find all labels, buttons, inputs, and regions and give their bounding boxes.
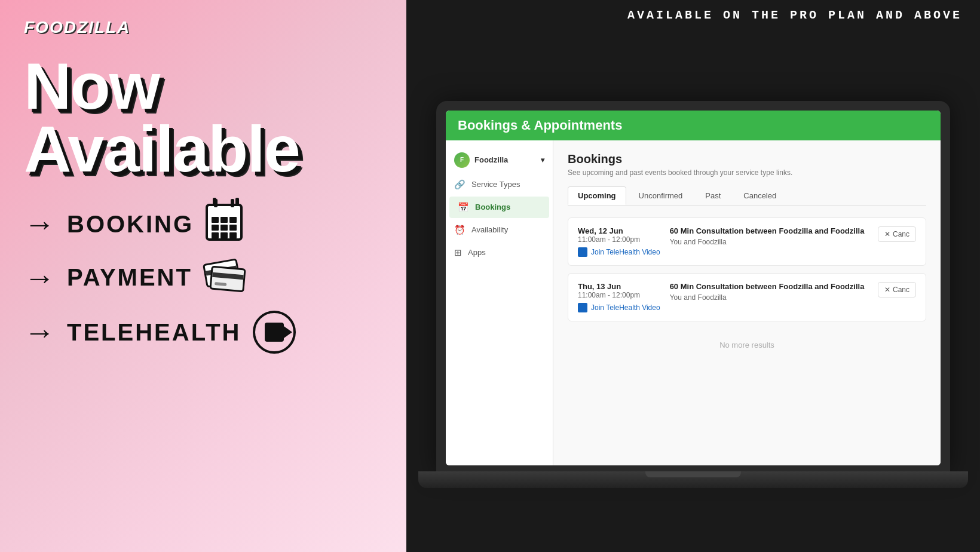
booking-card-2: Thu, 13 Jun 11:00am - 12:00pm Join TeleH… [568,273,926,321]
pro-plan-banner: AVAILABLE ON THE PRO PLAN AND ABOVE [406,0,980,30]
join-link-1[interactable]: Join TeleHealth Video [578,247,660,257]
sidebar-item-bookings[interactable]: 📅 Bookings [449,197,549,218]
arrow-icon: → [24,317,55,348]
laptop-bezel: Bookings & Appointments F Foodzilla ▾ [436,101,950,471]
sidebar-apps-label: Apps [468,248,486,257]
tab-upcoming[interactable]: Upcoming [568,186,626,205]
tab-canceled[interactable]: Canceled [733,186,786,205]
sidebar-org[interactable]: F Foodzilla ▾ [446,148,553,173]
video-icon-sm [578,247,587,257]
headline: Now Available [24,55,382,180]
org-avatar: F [454,152,470,168]
page-subtitle: See upcoming and past events booked thro… [568,168,926,177]
payment-label: PAYMENT [67,264,192,291]
grid-icon: ⊞ [454,247,462,258]
feature-telehealth: → TELEHEALTH [24,311,382,354]
join-link-2[interactable]: Join TeleHealth Video [578,303,660,312]
booking-date-text-2: Thu, 13 Jun [578,282,660,291]
telehealth-label: TELEHEALTH [67,319,241,346]
sidebar-availability-label: Availability [471,225,508,234]
booking-info-1: 60 Min Consultation between Foodzilla an… [670,226,868,246]
video-icon-sm-2 [578,303,587,312]
video-icon [253,311,296,354]
booking-info-2: 60 Min Consultation between Foodzilla an… [670,282,868,302]
booking-title-2: 60 Min Consultation between Foodzilla an… [670,282,868,291]
right-panel: AVAILABLE ON THE PRO PLAN AND ABOVE Book… [406,0,980,552]
join-label-2: Join TeleHealth Video [591,303,660,312]
arrow-icon: → [24,208,55,240]
sidebar-item-service-types[interactable]: 🔗 Service Types [446,174,553,195]
calendar-icon [206,204,246,244]
clock-icon: ⏰ [454,225,466,235]
features-list: → BOOKING [24,204,382,354]
join-label-1: Join TeleHealth Video [591,248,660,256]
booking-title-1: 60 Min Consultation between Foodzilla an… [670,226,868,235]
sidebar-item-apps[interactable]: ⊞ Apps [446,242,553,263]
feature-booking: → BOOKING [24,204,382,244]
booking-participants-2: You and Foodzilla [670,293,868,302]
page-title: Bookings [568,152,926,166]
feature-payment: → PAYMENT [24,261,382,294]
booking-time-2: 11:00am - 12:00pm [578,291,660,299]
app-body: F Foodzilla ▾ 🔗 Service Types 📅 Bookings [446,140,941,465]
x-icon: ✕ [884,230,890,238]
booking-label: BOOKING [67,211,194,238]
left-panel: FOODZILLA Now Available → BOOKING [0,0,406,552]
app-header-title: Bookings & Appointments [458,118,622,133]
laptop-notch [645,471,741,477]
cancel-label-2: Canc [893,286,909,294]
arrow-icon: → [24,262,55,293]
calendar-icon: 📅 [458,202,469,213]
laptop-screen: Bookings & Appointments F Foodzilla ▾ [446,111,941,465]
cancel-button-1[interactable]: ✕ Canc [878,226,916,242]
tab-past[interactable]: Past [695,186,731,205]
booking-date-1: Wed, 12 Jun 11:00am - 12:00pm Join TeleH… [578,226,660,257]
payment-icon [204,261,246,294]
app-header: Bookings & Appointments [446,111,941,140]
tabs: Upcoming Unconfirmed Past Canceled [568,186,926,206]
laptop-container: Bookings & Appointments F Foodzilla ▾ [406,30,980,552]
logo: FOODZILLA [24,18,382,37]
booking-date-2: Thu, 13 Jun 11:00am - 12:00pm Join TeleH… [578,282,660,312]
booking-date-text-1: Wed, 12 Jun [578,226,660,235]
sidebar-bookings-label: Bookings [475,203,510,211]
booking-card-1: Wed, 12 Jun 11:00am - 12:00pm Join TeleH… [568,217,926,266]
main-content: Bookings See upcoming and past events bo… [553,140,941,465]
sidebar: F Foodzilla ▾ 🔗 Service Types 📅 Bookings [446,140,553,465]
cancel-label-1: Canc [893,230,909,238]
sidebar-service-types-label: Service Types [471,180,520,189]
cancel-button-2[interactable]: ✕ Canc [878,282,916,298]
x-icon-2: ✕ [884,286,890,294]
sidebar-item-availability[interactable]: ⏰ Availability [446,219,553,241]
booking-time-1: 11:00am - 12:00pm [578,235,660,244]
chevron-down-icon: ▾ [541,156,544,164]
no-more-results: No more results [568,329,926,361]
tab-unconfirmed[interactable]: Unconfirmed [629,186,693,205]
org-name: Foodzilla [474,155,508,164]
booking-participants-1: You and Foodzilla [670,238,868,246]
headline-line2: Available [24,112,299,185]
link-icon: 🔗 [454,179,466,190]
laptop-base [418,471,968,488]
